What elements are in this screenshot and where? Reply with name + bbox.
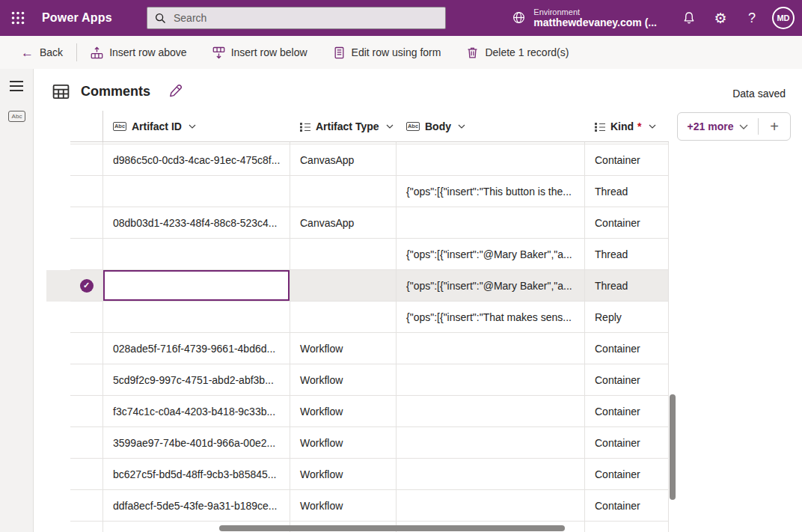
row-select-strip[interactable] <box>46 207 70 239</box>
row-header-cell[interactable] <box>70 459 103 490</box>
waffle-icon[interactable] <box>0 0 36 36</box>
cell-artifact-type[interactable] <box>290 302 397 333</box>
cell-artifact-type[interactable]: CanvasApp <box>290 144 397 176</box>
cell-artifact-type[interactable] <box>290 176 397 207</box>
cell-artifact-id[interactable]: 08db03d1-4233-48f4-88c8-523c4... <box>103 207 290 239</box>
table-row[interactable]: {"ops":[{"insert":"@Mary Baker","a... Th… <box>46 270 669 302</box>
cell-artifact-id[interactable]: 5cd9f2c9-997c-4751-abd2-abf3b... <box>103 364 290 396</box>
environment-picker[interactable]: Environment matthewdevaney.com (... <box>512 7 657 29</box>
more-columns-button[interactable]: +21 more <box>678 120 758 132</box>
cell-body[interactable] <box>397 427 585 459</box>
cell-kind[interactable]: Container <box>585 333 669 364</box>
row-select-strip[interactable] <box>46 144 70 176</box>
cell-artifact-type[interactable]: Workflow <box>290 396 397 427</box>
menu-icon[interactable] <box>10 81 23 91</box>
cell-kind[interactable]: Container <box>585 459 669 490</box>
cell-artifact-id[interactable] <box>103 270 290 302</box>
insert-row-above-button[interactable]: Insert row above <box>89 46 189 59</box>
cell-kind[interactable]: Thread <box>585 270 669 302</box>
vertical-scrollbar-thumb[interactable] <box>670 394 676 500</box>
cell-artifact-type[interactable]: Workflow <box>290 490 397 522</box>
cell-artifact-type[interactable]: CanvasApp <box>290 207 397 239</box>
row-header-cell[interactable] <box>70 270 103 302</box>
cell-artifact-id[interactable]: bc627c5f-bd5d-48ff-9cb3-b85845... <box>103 459 290 490</box>
cell-body[interactable]: {"ops":[{"insert":"@Mary Baker","a... <box>397 239 585 270</box>
app-title[interactable]: Power Apps <box>42 11 112 25</box>
row-header-cell[interactable] <box>70 333 103 364</box>
search-input[interactable] <box>172 11 419 25</box>
cell-artifact-id[interactable]: 028ade5f-716f-4739-9661-4bd6d... <box>103 333 290 364</box>
table-row[interactable]: ddfa8ecf-5de5-43fe-9a31-b189ce... Workfl… <box>46 490 669 522</box>
row-header-cell[interactable] <box>70 490 103 522</box>
cell-body[interactable] <box>397 490 585 522</box>
table-row[interactable]: {"ops":[{"insert":"@Mary Baker","a... Th… <box>46 239 669 270</box>
table-row[interactable]: 028ade5f-716f-4739-9661-4bd6d... Workflo… <box>46 333 669 364</box>
row-select-strip[interactable] <box>46 459 70 490</box>
chevron-down-icon[interactable] <box>649 124 656 129</box>
edit-table-name-button[interactable] <box>168 84 183 101</box>
cell-artifact-type[interactable]: Workflow <box>290 364 397 396</box>
cell-artifact-id[interactable]: ddfa8ecf-5de5-43fe-9a31-b189ce... <box>103 490 290 522</box>
row-header-cell[interactable] <box>70 302 103 333</box>
column-header-artifact-type[interactable]: Artifact Type <box>290 111 397 142</box>
cell-artifact-id[interactable] <box>103 302 290 333</box>
row-select-strip[interactable] <box>46 176 70 207</box>
row-select-strip[interactable] <box>46 490 70 522</box>
row-header-cell[interactable] <box>70 176 103 207</box>
row-header-cell[interactable] <box>70 239 103 270</box>
cell-body[interactable]: {"ops":[{"insert":"That makes sens... <box>397 302 585 333</box>
cell-artifact-id[interactable]: f3c74c1c-c0a4-4203-b418-9c33b... <box>103 396 290 427</box>
cell-kind[interactable]: Reply <box>585 302 669 333</box>
cell-artifact-type[interactable]: Workflow <box>290 459 397 490</box>
cell-artifact-type[interactable]: Workflow <box>290 333 397 364</box>
settings-button[interactable]: ⚙ <box>705 0 736 36</box>
cell-kind[interactable]: Container <box>585 427 669 459</box>
edit-row-using-form-button[interactable]: Edit row using form <box>331 46 443 59</box>
delete-records-button[interactable]: Delete 1 record(s) <box>465 46 570 59</box>
cell-artifact-id[interactable]: d986c5c0-0cd3-4cac-91ec-475c8f... <box>103 144 290 176</box>
table-row[interactable]: {"ops":[{"insert":"This button is the...… <box>46 176 669 207</box>
cell-body[interactable] <box>397 364 585 396</box>
cell-body[interactable] <box>397 333 585 364</box>
table-row[interactable]: d986c5c0-0cd3-4cac-91ec-475c8f... Canvas… <box>46 144 669 176</box>
cell-kind[interactable]: Container <box>585 364 669 396</box>
row-select-strip[interactable] <box>46 364 70 396</box>
column-header-kind[interactable]: Kind * <box>585 111 669 142</box>
horizontal-scrollbar-thumb[interactable] <box>219 525 565 531</box>
row-header-cell[interactable] <box>70 144 103 176</box>
row-select-strip[interactable] <box>46 302 70 333</box>
back-button[interactable]: ← Back <box>19 46 64 59</box>
cell-artifact-id[interactable] <box>103 176 290 207</box>
row-select-strip[interactable] <box>46 396 70 427</box>
chevron-down-icon[interactable] <box>386 124 394 129</box>
global-search[interactable] <box>147 7 446 29</box>
cell-artifact-type[interactable] <box>290 270 397 302</box>
cell-body[interactable] <box>397 459 585 490</box>
cell-body[interactable]: {"ops":[{"insert":"@Mary Baker","a... <box>397 270 585 302</box>
help-button[interactable]: ? <box>736 0 768 36</box>
table-row[interactable]: {"ops":[{"insert":"That makes sens... Re… <box>46 302 669 333</box>
cell-body[interactable] <box>397 144 585 176</box>
row-select-strip[interactable] <box>46 427 70 459</box>
table-row[interactable]: 08db03d1-4233-48f4-88c8-523c4... CanvasA… <box>46 207 669 239</box>
cell-artifact-type[interactable]: Workflow <box>290 427 397 459</box>
row-select-strip[interactable] <box>46 270 70 302</box>
avatar[interactable]: MD <box>772 7 795 29</box>
cell-artifact-type[interactable] <box>290 239 397 270</box>
cell-kind[interactable]: Thread <box>585 239 669 270</box>
table-row[interactable]: f3c74c1c-c0a4-4203-b418-9c33b... Workflo… <box>46 396 669 427</box>
row-select-strip[interactable] <box>46 239 70 270</box>
table-row[interactable]: 5cd9f2c9-997c-4751-abd2-abf3b... Workflo… <box>46 364 669 396</box>
row-header-cell[interactable] <box>70 364 103 396</box>
cell-kind[interactable]: Container <box>585 490 669 522</box>
cell-kind[interactable]: Container <box>585 207 669 239</box>
table-row[interactable]: 3599ae97-74be-401d-966a-00e2... Workflow… <box>46 427 669 459</box>
row-header-cell[interactable] <box>70 207 103 239</box>
row-header-cell[interactable] <box>70 427 103 459</box>
cell-artifact-id[interactable]: 3599ae97-74be-401d-966a-00e2... <box>103 427 290 459</box>
chevron-down-icon[interactable] <box>189 124 196 129</box>
table-row[interactable]: bc627c5f-bd5d-48ff-9cb3-b85845... Workfl… <box>46 459 669 490</box>
column-header-body[interactable]: Body <box>397 111 585 142</box>
insert-row-below-button[interactable]: Insert row below <box>211 46 309 59</box>
column-header-artifact-id[interactable]: Artifact ID <box>103 111 290 142</box>
